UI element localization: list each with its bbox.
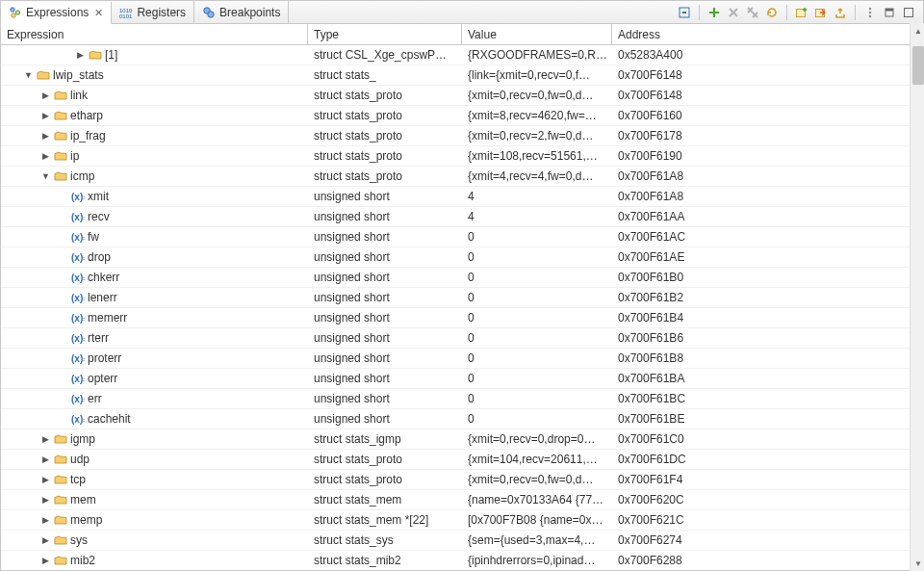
table-row[interactable]: ▼ icmp struct stats_proto {xmit=4,recv=4… (1, 167, 923, 187)
folder-icon (89, 48, 102, 62)
table-row[interactable]: (x)= lenerr unsigned short 0 0x700F61B2 (1, 288, 923, 308)
table-row[interactable]: (x)= rterr unsigned short 0 0x700F61B6 (1, 328, 923, 349)
address-cell: 0x700F61BE (612, 409, 923, 428)
expand-toggle[interactable]: ▶ (40, 535, 51, 545)
expression-name: ip (70, 149, 79, 163)
svg-text:(x): (x) (71, 252, 83, 263)
vertical-scrollbar[interactable]: ▲ ▼ (910, 23, 924, 571)
table-row[interactable]: (x)= drop unsigned short 0 0x700F61AE (1, 247, 923, 268)
value-cell: 0 (462, 227, 612, 247)
table-row[interactable]: (x)= opterr unsigned short 0 0x700F61BA (1, 369, 923, 389)
table-row[interactable]: ▶ ip_frag struct stats_proto {xmit=0,rec… (1, 126, 923, 146)
header-expression[interactable]: Expression (1, 24, 308, 44)
expand-toggle[interactable]: ▶ (40, 556, 51, 565)
folder-icon (54, 432, 67, 446)
remove-all-button[interactable] (744, 4, 761, 21)
import-button[interactable] (812, 4, 830, 21)
value-cell: {xmit=0,recv=0,fw=0,d… (462, 86, 612, 105)
header-address[interactable]: Address (612, 24, 923, 44)
svg-text:=: = (83, 316, 85, 323)
expand-toggle[interactable]: ▶ (40, 151, 51, 161)
expand-toggle[interactable]: ▼ (23, 70, 34, 80)
value-cell: {xmit=0,recv=2,fw=0,d… (462, 126, 612, 145)
table-row[interactable]: (x)= recv unsigned short 4 0x700F61AA (1, 207, 923, 227)
expression-name: icmp (70, 169, 94, 183)
table-row[interactable]: (x)= cachehit unsigned short 0 0x700F61B… (1, 409, 923, 429)
table-row[interactable]: (x)= fw unsigned short 0 0x700F61AC (1, 227, 923, 247)
table-row[interactable]: ▶ link struct stats_proto {xmit=0,recv=0… (1, 86, 923, 106)
type-cell: struct CSL_Xge_cpswP… (308, 45, 462, 65)
expand-toggle[interactable]: ▶ (40, 434, 51, 444)
toolbar-separator (699, 5, 700, 20)
scroll-up-icon[interactable]: ▲ (911, 23, 924, 39)
address-cell: 0x700F61B8 (612, 349, 923, 368)
table-row[interactable]: ▶ sys struct stats_sys {sem={used=3,max=… (1, 531, 923, 551)
view-menu-button[interactable] (861, 4, 879, 21)
add-expression-button[interactable] (706, 4, 723, 21)
table-row[interactable]: ▶ udp struct stats_proto {xmit=104,recv=… (1, 450, 923, 470)
type-cell: struct stats_proto (308, 86, 462, 105)
folder-icon (54, 533, 67, 547)
table-row[interactable]: ▶ etharp struct stats_proto {xmit=8,recv… (1, 106, 923, 126)
collapse-all-button[interactable] (676, 4, 693, 21)
maximize-button[interactable] (900, 4, 917, 21)
table-row[interactable]: (x)= xmit unsigned short 4 0x700F61A8 (1, 187, 923, 207)
expression-name: lwip_stats (53, 68, 104, 82)
address-cell: 0x700F6178 (612, 126, 923, 145)
expand-toggle[interactable]: ▶ (40, 111, 51, 120)
expand-toggle[interactable]: ▶ (40, 131, 51, 141)
expand-toggle[interactable]: ▶ (75, 50, 86, 60)
tab-bar: Expressions ✕ 1010 0101 Registers (1, 1, 923, 24)
expand-toggle[interactable]: ▶ (40, 475, 51, 484)
table-row[interactable]: ▶ tcp struct stats_proto {xmit=0,recv=0,… (1, 470, 923, 490)
expand-toggle[interactable]: ▼ (40, 171, 51, 181)
header-type[interactable]: Type (308, 24, 462, 44)
expand-toggle[interactable]: ▶ (40, 454, 51, 464)
value-cell: {xmit=4,recv=4,fw=0,d… (462, 167, 612, 186)
tab-registers[interactable]: 1010 0101 Registers (112, 1, 194, 23)
svg-text:0101: 0101 (119, 13, 133, 19)
expand-toggle[interactable]: ▶ (40, 495, 51, 505)
expand-toggle[interactable]: ▶ (40, 91, 51, 100)
svg-text:=: = (83, 195, 85, 201)
variable-icon: (x)= (71, 372, 85, 385)
address-cell: 0x700F6274 (612, 531, 923, 550)
table-row[interactable]: (x)= memerr unsigned short 0 0x700F61B4 (1, 308, 923, 328)
remove-button[interactable] (725, 4, 742, 21)
minimize-button[interactable] (881, 4, 898, 21)
expression-name: fw (88, 230, 99, 244)
export-button[interactable] (832, 4, 849, 21)
expression-name: err (88, 392, 102, 405)
table-row[interactable]: (x)= chkerr unsigned short 0 0x700F61B0 (1, 268, 923, 288)
table-row[interactable]: ▶ mem struct stats_mem {name=0x70133A64 … (1, 490, 923, 510)
svg-point-12 (869, 11, 871, 13)
table-row[interactable]: ▶ igmp struct stats_igmp {xmit=0,recv=0,… (1, 429, 923, 450)
registers-icon: 1010 0101 (119, 6, 133, 19)
table-row[interactable]: (x)= err unsigned short 0 0x700F61BC (1, 389, 923, 409)
type-cell: struct stats_igmp (308, 429, 462, 449)
expression-name: lenerr (88, 291, 117, 304)
tab-breakpoints[interactable]: Breakpoints (194, 1, 289, 23)
new-watch-button[interactable] (793, 4, 810, 21)
type-cell: struct stats_mem (308, 490, 462, 509)
svg-text:=: = (83, 275, 85, 282)
expand-toggle[interactable]: ▶ (40, 515, 51, 525)
table-row[interactable]: ▶ mib2 struct stats_mib2 {ipinhdrerrors=… (1, 551, 923, 570)
tab-list: Expressions ✕ 1010 0101 Registers (1, 1, 289, 23)
table-row[interactable]: ▼ lwip_stats struct stats_ {link={xmit=0… (1, 65, 923, 86)
address-cell: 0x700F61B2 (612, 288, 923, 307)
refresh-button[interactable] (763, 4, 781, 21)
svg-rect-15 (886, 9, 893, 12)
table-row[interactable]: (x)= proterr unsigned short 0 0x700F61B8 (1, 349, 923, 369)
tab-expressions[interactable]: Expressions ✕ (1, 2, 112, 24)
expression-name: opterr (88, 372, 117, 385)
scroll-down-icon[interactable]: ▼ (911, 556, 924, 571)
scroll-thumb[interactable] (912, 46, 924, 85)
value-cell: 0 (462, 349, 612, 368)
table-row[interactable]: ▶ memp struct stats_mem *[22] [0x700F7B0… (1, 510, 923, 531)
table-row[interactable]: ▶ ip struct stats_proto {xmit=108,recv=5… (1, 146, 923, 167)
table-row[interactable]: ▶ [1] struct CSL_Xge_cpswP… {RXGOODFRAME… (1, 45, 923, 65)
header-value[interactable]: Value (462, 24, 612, 44)
close-icon[interactable]: ✕ (94, 7, 103, 19)
expressions-icon (9, 6, 22, 19)
